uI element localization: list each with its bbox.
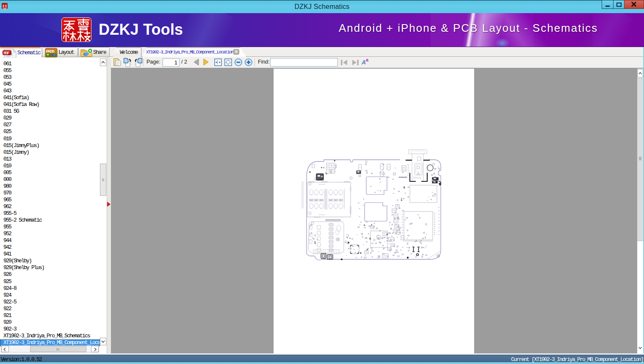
svg-text:PDF: PDF (4, 51, 9, 55)
svg-text:PADS: PADS (46, 49, 55, 53)
